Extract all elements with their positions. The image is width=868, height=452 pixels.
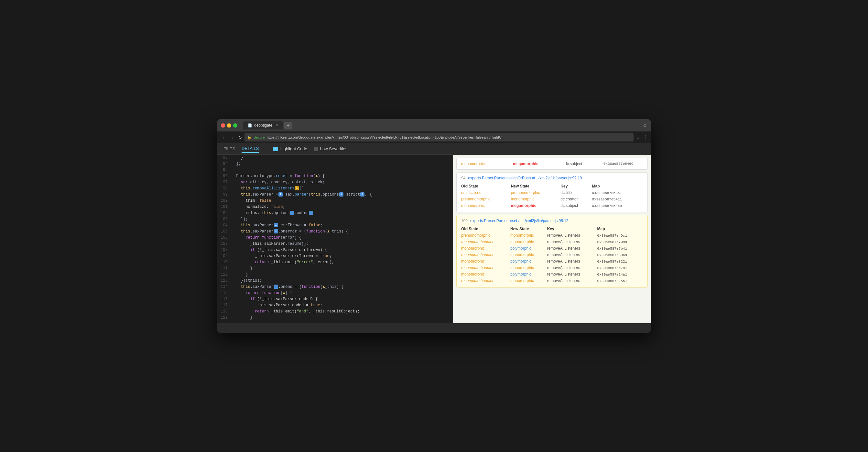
line-content-116: if (!_this.saxParser.ended) { <box>231 296 453 303</box>
code-line-109: 109 _this.saxParser.errThrown = true; <box>217 253 453 259</box>
old-state-cell: premonomorphic <box>461 233 490 238</box>
old-state-cell: recompute handler <box>461 265 494 270</box>
table-row: monomorphic polymorphic removeAllListene… <box>461 271 643 278</box>
url-input[interactable]: 🔒 Secure https://thlorenz.com/deoptigate… <box>245 133 633 141</box>
code-line-115: 115 return function(▲) { <box>217 290 453 296</box>
ic-col-new-state: New State <box>510 226 547 232</box>
new-state-cell: monomorphic <box>510 253 534 257</box>
line-content-96: Parser.prototype.reset = function(▲) { <box>231 173 453 179</box>
table-row: recompute handler monomorphic removeAllL… <box>461 264 643 271</box>
active-tab[interactable]: 📄 deoptigate ✕ <box>243 121 283 130</box>
toolbar-divider: | <box>265 146 267 152</box>
line-num-116: 116 <box>217 296 231 303</box>
ic-col-key: Key <box>547 226 597 232</box>
line-num-110: 110 <box>217 259 231 265</box>
tab-close-button[interactable]: ✕ <box>276 123 278 128</box>
line-num-95: 95 <box>217 167 231 173</box>
code-line-93: 93 } <box>217 155 453 161</box>
new-state-cell: megamorphic <box>511 203 536 208</box>
ic-col-key: Key <box>560 183 592 190</box>
line-content-97: var attrkey, charkey, ontext, stack; <box>231 179 453 186</box>
tab-area: 📄 deoptigate ✕ + <box>243 121 640 130</box>
code-line-111: 111 } <box>217 265 453 272</box>
table-row: recompute handler monomorphic removeAllL… <box>461 238 643 245</box>
minimize-button[interactable] <box>227 123 231 128</box>
code-line-114: 114 this.saxParseri.onend = (function(▲_… <box>217 284 453 290</box>
top-key: dc:subject <box>565 162 603 166</box>
line-num-107: 107 <box>217 241 231 247</box>
title-bar-actions: ⚙ <box>643 123 647 128</box>
browser-window: 📄 deoptigate ✕ + ⚙ ‹ › ↻ 🔒 Secure https:… <box>217 119 651 333</box>
address-bar: ‹ › ↻ 🔒 Secure https://thlorenz.com/deop… <box>217 132 651 143</box>
key-cell: removeAllListeners <box>547 253 580 257</box>
top-new-state: megamorphic <box>513 162 565 166</box>
old-state-cell: monomorphic <box>461 272 485 277</box>
traffic-lights <box>221 123 237 128</box>
bottom-bar <box>217 323 651 333</box>
code-line-100: 100 trim: false, <box>217 198 453 204</box>
close-button[interactable] <box>221 123 225 128</box>
ic-card-100: 100 exports.Parser.Parser.reset at ../xm… <box>456 215 648 287</box>
line-content-100: trim: false, <box>231 198 453 204</box>
ic-card-94-header: 94 exports.Parser.Parser.assignOrPush at… <box>461 176 643 180</box>
map-cell: 0x30ae587e7b41 <box>597 247 627 251</box>
more-options-icon[interactable]: ⋮ <box>643 134 648 141</box>
line-content-119: } <box>231 315 453 321</box>
tab-title: deoptigate <box>254 123 272 128</box>
ic-card-94-table: Old State New State Key Map uninitialise… <box>461 183 643 209</box>
highlight-code-checkbox[interactable]: ✓ <box>273 147 278 151</box>
code-panel: 93 } 94 }; 95 96 Parser.prototype.reset … <box>217 155 453 323</box>
old-state-cell: recompute handler <box>461 253 494 257</box>
map-cell: 0x30ae587e7989 <box>597 240 627 244</box>
back-button[interactable]: ‹ <box>220 135 227 140</box>
map-cell: 0x30ae587e8221 <box>597 260 627 263</box>
line-num-106: 106 <box>217 235 231 241</box>
key-cell: removeAllListeners <box>547 279 580 283</box>
new-state-cell: monomorphic <box>511 197 534 201</box>
table-row: recompute handler monomorphic removeAllL… <box>461 278 643 284</box>
code-line-98: 98 this.removeAllListenersi(); <box>217 186 453 192</box>
line-num-98: 98 <box>217 186 231 192</box>
tab-file-icon: 📄 <box>248 123 252 128</box>
bookmark-icon[interactable]: ☆ <box>636 135 640 140</box>
map-cell: 0x30ae587e5469 <box>592 204 622 208</box>
details-panel: monomorphic megamorphic dc:subject 0x30a… <box>453 155 651 323</box>
key-cell: removeAllListeners <box>547 259 580 263</box>
highlight-code-option: ✓ Highlight Code <box>273 146 307 151</box>
top-map: 0x30ae587e5469 <box>603 162 651 166</box>
key-cell: removeAllListeners <box>547 239 580 244</box>
table-row: recompute handler monomorphic removeAllL… <box>461 252 643 258</box>
profile-icon[interactable]: ⚙ <box>643 123 647 128</box>
ic-card-94-location[interactable]: exports.Parser.Parser.assignOrPush at ..… <box>468 176 582 180</box>
maximize-button[interactable] <box>233 123 237 128</box>
line-content-117: _this.saxParser.ended = true; <box>231 303 453 309</box>
code-line-112: 112 }; <box>217 272 453 278</box>
new-state-cell: monomorphic <box>510 279 534 283</box>
code-line-118: 118 return _this.emit("end", _this.resul… <box>217 309 453 315</box>
new-state-cell: polymorphic <box>510 272 531 277</box>
line-num-118: 118 <box>217 309 231 315</box>
line-num-115: 115 <box>217 290 231 296</box>
files-tab[interactable]: FILES <box>223 145 235 152</box>
line-num-97: 97 <box>217 179 231 186</box>
line-num-109: 109 <box>217 253 231 259</box>
code-line-113: 113 })(this); <box>217 278 453 284</box>
line-content-111: } <box>231 265 453 272</box>
low-severities-checkbox[interactable] <box>314 147 318 151</box>
reload-button[interactable]: ↻ <box>238 135 242 140</box>
new-state-cell: premonomorphic <box>511 190 540 195</box>
code-line-97: 97 var attrkey, charkey, ontext, stack; <box>217 179 453 186</box>
line-content-104: this.saxParseri.errThrown = false; <box>231 222 453 229</box>
code-line-106: 106 return function(error) { <box>217 235 453 241</box>
forward-button[interactable]: › <box>229 135 236 140</box>
new-tab-button[interactable]: + <box>284 122 292 129</box>
line-num-102: 102 <box>217 210 231 216</box>
code-line-95: 95 <box>217 167 453 173</box>
low-severities-label: Low Severities <box>320 146 348 151</box>
ic-card-100-location[interactable]: exports.Parser.Parser.reset at ../xml2js… <box>470 219 568 223</box>
line-num-94: 94 <box>217 161 231 167</box>
old-state-cell: monomorphic <box>461 246 485 251</box>
ic-card-94-linenum: 94 <box>461 176 465 180</box>
details-tab[interactable]: DETAILS <box>242 145 259 153</box>
top-old-state: monomorphic <box>461 162 513 166</box>
